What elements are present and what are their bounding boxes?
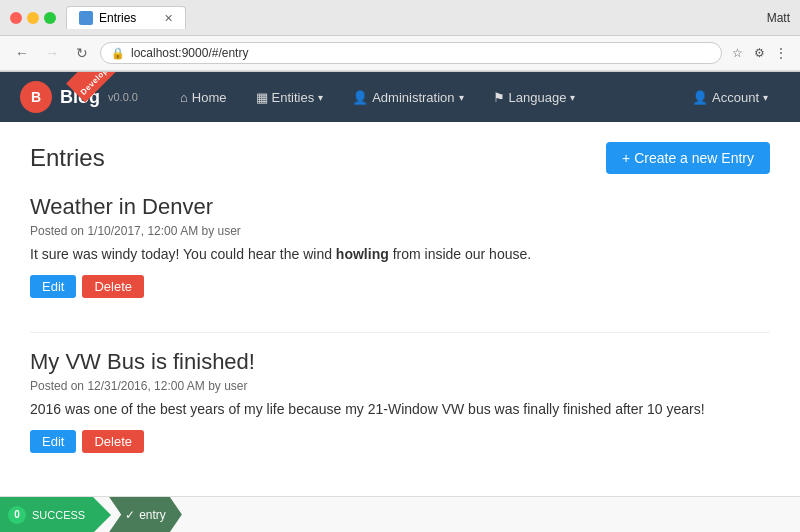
nav-language[interactable]: ⚑ Language ▾: [481, 82, 588, 113]
window-controls: [10, 12, 56, 24]
minimize-window-button[interactable]: [27, 12, 39, 24]
bottom-badge: 0 SUCCESS: [0, 497, 93, 532]
nav-entities[interactable]: ▦ Entities ▾: [244, 82, 336, 113]
security-icon: 🔒: [111, 47, 125, 60]
status-label: SUCCESS: [32, 509, 85, 521]
browser-chrome: Entries ✕ Matt ← → ↻ 🔒 localhost:9000/#/…: [0, 0, 800, 72]
delete-button-1[interactable]: Delete: [82, 275, 144, 298]
active-tab[interactable]: Entries ✕: [66, 6, 186, 29]
entry-card: My VW Bus is finished! Posted on 12/31/2…: [30, 349, 770, 463]
language-icon: ⚑: [493, 90, 505, 105]
address-bar[interactable]: 🔒 localhost:9000/#/entry: [100, 42, 722, 64]
account-icon: 👤: [692, 90, 708, 105]
entry-card: Weather in Denver Posted on 1/10/2017, 1…: [30, 194, 770, 308]
delete-button-2[interactable]: Delete: [82, 430, 144, 453]
entry-actions: Edit Delete: [30, 430, 770, 453]
entry-body-full: 2016 was one of the best years of my lif…: [30, 401, 705, 417]
app-window: Development B Blog v0.0.0 ⌂ Home ▦ Entit…: [0, 72, 800, 532]
language-caret: ▾: [570, 92, 575, 103]
tab-title: Entries: [99, 11, 136, 25]
nav-account[interactable]: 👤 Account ▾: [680, 82, 780, 113]
account-caret: ▾: [763, 92, 768, 103]
extensions-icon[interactable]: ⚙: [750, 44, 768, 62]
admin-icon: 👤: [352, 90, 368, 105]
page-header: Entries + Create a new Entry: [30, 142, 770, 174]
browser-toolbar: ← → ↻ 🔒 localhost:9000/#/entry ☆ ⚙ ⋮: [0, 36, 800, 71]
tab-close-button[interactable]: ✕: [164, 12, 173, 25]
bottom-bar: 0 SUCCESS ✓ entry: [0, 496, 800, 532]
entry-title: Weather in Denver: [30, 194, 770, 220]
nav-right: 👤 Account ▾: [680, 82, 780, 113]
nav-home-label: Home: [192, 90, 227, 105]
browser-user: Matt: [767, 11, 790, 25]
maximize-window-button[interactable]: [44, 12, 56, 24]
bookmark-icon[interactable]: ☆: [728, 44, 746, 62]
nav-items: ⌂ Home ▦ Entities ▾ 👤 Administration ▾ ⚑…: [168, 82, 680, 113]
nav-language-label: Language: [509, 90, 567, 105]
browser-tabs: Entries ✕: [66, 6, 767, 29]
check-icon: ✓: [125, 508, 135, 522]
edit-button-2[interactable]: Edit: [30, 430, 76, 453]
entry-actions: Edit Delete: [30, 275, 770, 298]
browser-titlebar: Entries ✕ Matt: [0, 0, 800, 36]
entry-label: entry: [139, 508, 166, 522]
admin-caret: ▾: [459, 92, 464, 103]
page-title: Entries: [30, 144, 105, 172]
menu-icon[interactable]: ⋮: [772, 44, 790, 62]
entry-meta: Posted on 1/10/2017, 12:00 AM by user: [30, 224, 770, 238]
home-icon: ⌂: [180, 90, 188, 105]
entry-title: My VW Bus is finished!: [30, 349, 770, 375]
main-content: Entries + Create a new Entry Weather in …: [0, 122, 800, 507]
brand-version: v0.0.0: [108, 91, 138, 103]
toolbar-icons: ☆ ⚙ ⋮: [728, 44, 790, 62]
entry-body-prefix: It sure was windy today! You could hear …: [30, 246, 336, 262]
nav-home[interactable]: ⌂ Home: [168, 82, 239, 113]
bottom-entry-label: ✓ entry: [109, 497, 182, 532]
forward-button[interactable]: →: [40, 41, 64, 65]
create-entry-button[interactable]: + Create a new Entry: [606, 142, 770, 174]
bottom-arrow: [93, 497, 111, 533]
back-button[interactable]: ←: [10, 41, 34, 65]
reload-button[interactable]: ↻: [70, 41, 94, 65]
navbar: Development B Blog v0.0.0 ⌂ Home ▦ Entit…: [0, 72, 800, 122]
entry-body-bold: howling: [336, 246, 389, 262]
entry-body: It sure was windy today! You could hear …: [30, 244, 770, 265]
entry-divider: [30, 332, 770, 333]
nav-entities-label: Entities: [272, 90, 315, 105]
close-window-button[interactable]: [10, 12, 22, 24]
nav-account-label: Account: [712, 90, 759, 105]
url-display: localhost:9000/#/entry: [131, 46, 711, 60]
entry-body: 2016 was one of the best years of my lif…: [30, 399, 770, 420]
edit-button-1[interactable]: Edit: [30, 275, 76, 298]
entry-body-suffix: from inside our house.: [389, 246, 531, 262]
brand-avatar: B: [20, 81, 52, 113]
entry-meta: Posted on 12/31/2016, 12:00 AM by user: [30, 379, 770, 393]
nav-admin-label: Administration: [372, 90, 454, 105]
nav-administration[interactable]: 👤 Administration ▾: [340, 82, 475, 113]
entities-icon: ▦: [256, 90, 268, 105]
entities-caret: ▾: [318, 92, 323, 103]
badge-count: 0: [8, 506, 26, 524]
tab-favicon: [79, 11, 93, 25]
